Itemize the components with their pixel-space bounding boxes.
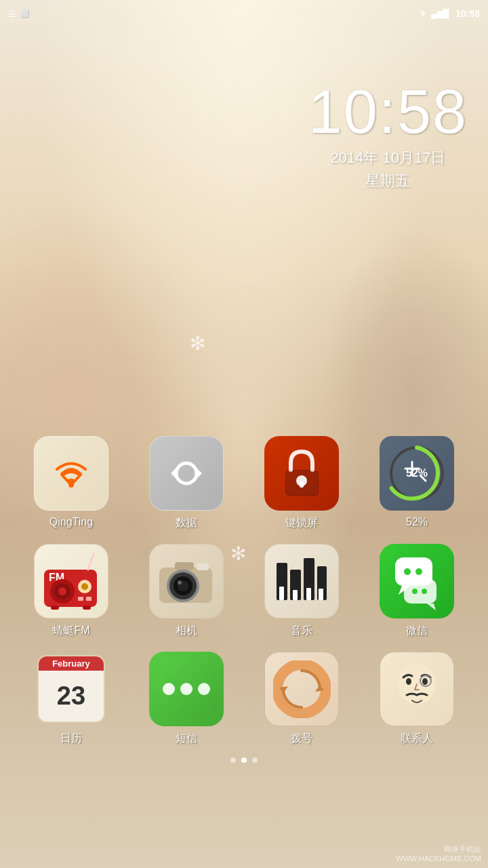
app-qingting[interactable]: QingTing: [19, 436, 124, 530]
page-dots: [0, 757, 488, 763]
app-camera[interactable]: 相机: [134, 544, 239, 638]
radio-svg: FM: [41, 553, 102, 610]
airplane-icon: ✈: [420, 9, 427, 19]
status-left: ☰ ⬜: [8, 9, 30, 19]
svg-point-43: [415, 568, 422, 575]
calendar-icon-bg: February 23: [34, 652, 108, 726]
calendar-body: 23: [39, 671, 104, 722]
sync-svg: [163, 453, 210, 494]
app-dragonfly[interactable]: FM 蜻蜓FM: [19, 544, 124, 638]
dragonfly-icon: FM: [34, 544, 108, 618]
dragonfly-label: 蜻蜓FM: [52, 624, 89, 638]
data-label: 数据: [176, 516, 197, 530]
calendar-label: 日历: [60, 732, 82, 746]
page-dot-3[interactable]: [252, 757, 258, 763]
app-music[interactable]: 音乐: [249, 544, 354, 638]
camera-icon-bg: [149, 544, 224, 618]
svg-point-18: [81, 583, 88, 590]
contacts-label: 联系人: [401, 732, 433, 746]
svg-point-42: [404, 568, 411, 575]
svg-rect-25: [175, 562, 194, 570]
svg-point-52: [406, 678, 411, 685]
signal-bars: ▄▆█: [431, 9, 449, 18]
sms-icon: [156, 658, 217, 719]
app-data[interactable]: 数据: [134, 436, 239, 530]
sms-dot-2: [180, 683, 192, 695]
svg-rect-19: [78, 597, 83, 601]
watermark: 网侠手机站 WWW.HACKHOME.COM: [396, 844, 481, 863]
page-dot-2[interactable]: [241, 757, 247, 763]
sms-dot-3: [198, 683, 210, 695]
svg-line-21: [88, 554, 94, 570]
svg-rect-38: [306, 588, 311, 600]
app-row-1: QingTing 数据: [14, 436, 474, 530]
svg-rect-36: [279, 587, 284, 600]
app-phone[interactable]: 拨号: [249, 652, 354, 746]
phone-icon-bg: [264, 652, 339, 726]
contacts-svg: [386, 658, 447, 719]
svg-rect-6: [300, 481, 304, 488]
qingting-icon: [34, 436, 108, 511]
lock-icon: [264, 436, 339, 511]
clock-weekday: 星期五: [308, 171, 468, 191]
status-indicator: ⬜: [20, 9, 30, 18]
app-battery[interactable]: 52% 52%: [365, 436, 470, 530]
wechat-svg: [385, 551, 449, 612]
wifi-svg: [49, 456, 94, 490]
contacts-icon-bg: [380, 652, 454, 726]
svg-point-47: [422, 589, 427, 594]
clock-area: 10:58 2014年 10月17日 星期五: [308, 81, 468, 191]
svg-point-31: [178, 580, 182, 585]
clock-date: 2014年 10月17日: [308, 148, 468, 168]
sms-dot-1: [163, 683, 175, 695]
svg-point-46: [412, 589, 418, 594]
svg-rect-20: [86, 597, 92, 601]
sms-icon-bg: [149, 652, 224, 726]
app-row-2: FM 蜻蜓FM: [14, 544, 474, 638]
watermark-line1: 网侠手机站: [396, 844, 481, 854]
music-icon-bg: [264, 544, 339, 618]
watermark-line2: WWW.HACKHOME.COM: [396, 854, 481, 863]
wechat-icon-bg: [380, 544, 454, 618]
phone-label: 拨号: [291, 732, 312, 746]
svg-rect-37: [293, 590, 298, 600]
lockscreen-label: 键锁屏: [285, 516, 318, 530]
svg-point-16: [58, 587, 66, 595]
data-icon: [149, 436, 224, 511]
app-row-3: February 23 日历 短信: [14, 652, 474, 746]
status-right: ✈ ▄▆█ 10:58: [420, 8, 480, 19]
camera-label: 相机: [176, 624, 197, 638]
app-contacts[interactable]: 联系人: [365, 652, 470, 746]
calendar-icon: February 23: [37, 655, 105, 723]
phone-svg: [273, 660, 331, 718]
svg-marker-2: [171, 468, 176, 479]
app-wechat[interactable]: 微信: [365, 544, 470, 638]
qingting-label: QingTing: [49, 516, 93, 528]
svg-point-53: [422, 678, 428, 685]
calendar-month: February: [39, 656, 104, 671]
calendar-day: 23: [57, 682, 85, 711]
sms-label: 短信: [176, 732, 197, 746]
svg-rect-39: [319, 589, 323, 600]
status-bar: ☰ ⬜ ✈ ▄▆█ 10:58: [0, 0, 488, 27]
music-svg: [271, 553, 332, 610]
app-calendar[interactable]: February 23 日历: [19, 652, 124, 746]
app-sms[interactable]: 短信: [134, 652, 239, 746]
battery-icon: 52%: [380, 436, 454, 511]
page-dot-1[interactable]: [230, 757, 236, 763]
svg-rect-22: [51, 606, 59, 610]
app-lockscreen[interactable]: 键锁屏: [249, 436, 354, 530]
status-time: 10:58: [455, 8, 480, 19]
clock-time: 10:58: [308, 81, 468, 142]
sim-icon: ☰: [8, 9, 16, 19]
battery-svg: 52%: [386, 443, 447, 504]
battery-label: 52%: [406, 516, 428, 528]
wechat-label: 微信: [406, 624, 428, 638]
app-grid: QingTing 数据: [0, 436, 488, 760]
svg-rect-23: [83, 606, 91, 610]
svg-marker-45: [427, 604, 436, 610]
camera-svg: [156, 554, 217, 608]
svg-rect-44: [404, 579, 436, 604]
music-label: 音乐: [291, 624, 312, 638]
lock-svg: [280, 448, 324, 499]
